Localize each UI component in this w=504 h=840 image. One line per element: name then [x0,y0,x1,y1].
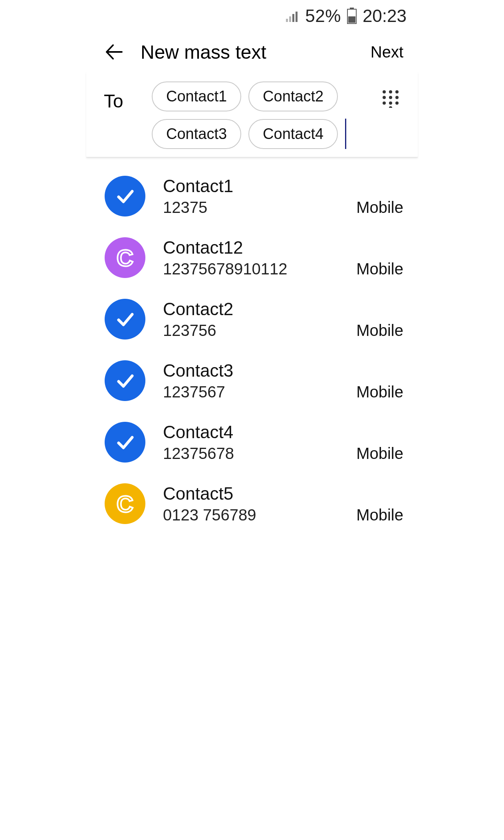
svg-point-12 [395,96,399,99]
svg-rect-6 [348,16,355,23]
selected-avatar [105,176,145,216]
contact-number: 12375678 [163,445,339,463]
recipient-chips[interactable]: Contact1 Contact2 Contact3 Contact4 [152,81,370,149]
dialpad-icon [381,89,400,108]
svg-point-11 [389,96,392,99]
contact-row[interactable]: Contact2123756Mobile [86,288,418,350]
contact-name: Contact4 [163,422,339,442]
contact-number: 12375678910112 [163,260,339,278]
dialpad-button[interactable] [378,85,403,111]
text-cursor [345,119,346,149]
contact-number: 0123 756789 [163,506,339,524]
selected-avatar [105,299,145,340]
svg-point-7 [383,90,386,93]
contact-name: Contact5 [163,484,339,504]
recipient-chip[interactable]: Contact3 [152,119,241,149]
selected-avatar [105,360,145,401]
contact-number: 1237567 [163,383,339,401]
check-icon [114,431,136,453]
contact-name: Contact2 [163,299,339,319]
battery-icon [347,8,357,24]
recipient-chip[interactable]: Contact1 [152,81,241,111]
contact-type: Mobile [356,322,403,340]
svg-point-13 [383,101,386,105]
svg-point-10 [383,96,386,99]
contact-details: Contact112375 [163,176,339,216]
recipients-row: To Contact1 Contact2 Contact3 Contact4 [86,72,418,157]
contact-type: Mobile [356,445,403,463]
contact-details: Contact2123756 [163,299,339,340]
svg-point-15 [395,101,399,105]
page-title: New mass text [141,41,371,63]
svg-point-9 [395,90,399,93]
svg-rect-1 [289,16,291,22]
contact-row[interactable]: CContact50123 756789Mobile [86,473,418,534]
contact-name: Contact3 [163,361,339,381]
avatar-letter: C [117,490,133,517]
avatar-letter: C [117,244,133,271]
contact-row[interactable]: Contact412375678Mobile [86,411,418,473]
contact-details: Contact50123 756789 [163,484,339,524]
contact-details: Contact1212375678910112 [163,238,339,278]
svg-point-16 [389,106,392,108]
battery-percent: 52% [305,6,341,26]
contact-details: Contact31237567 [163,361,339,401]
contact-list[interactable]: Contact112375MobileCContact1212375678910… [86,157,418,575]
contact-row[interactable]: Contact31237567Mobile [86,350,418,411]
svg-rect-0 [286,19,288,22]
contact-details: Contact412375678 [163,422,339,463]
contact-type: Mobile [356,383,403,401]
signal-icon [286,10,300,22]
contact-name: Contact12 [163,238,339,258]
contact-number: 12375 [163,199,339,216]
check-icon [114,369,136,392]
arrow-left-icon [104,43,123,61]
contact-type: Mobile [356,506,403,524]
next-button[interactable]: Next [371,43,403,61]
svg-rect-2 [292,14,294,22]
contact-avatar: C [105,483,145,524]
back-button[interactable] [102,41,125,63]
contact-number: 123756 [163,322,339,340]
to-label: To [104,81,144,112]
contact-avatar: C [105,237,145,278]
svg-point-14 [389,101,392,105]
status-bar: 52% 20:23 [86,0,418,32]
recipient-chip[interactable]: Contact4 [248,119,338,149]
check-icon [114,185,136,207]
app-frame: 52% 20:23 New mass text Next To Contact1… [86,0,418,575]
recipient-chip[interactable]: Contact2 [248,81,338,111]
contact-row[interactable]: CContact1212375678910112Mobile [86,227,418,288]
contact-row[interactable]: Contact112375Mobile [86,165,418,227]
check-icon [114,308,136,330]
selected-avatar [105,422,145,463]
app-bar: New mass text Next [86,32,418,72]
contact-type: Mobile [356,260,403,278]
contact-type: Mobile [356,199,403,216]
contact-name: Contact1 [163,176,339,196]
svg-point-8 [389,90,392,93]
svg-rect-3 [296,12,298,22]
clock: 20:23 [363,6,407,26]
